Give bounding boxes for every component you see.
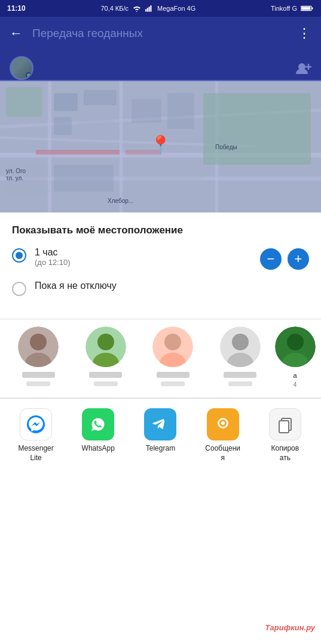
- svg-point-11: [30, 334, 47, 350]
- carrier1: MegaFon 4G: [157, 5, 195, 12]
- soobet-label: Сообщения: [205, 444, 240, 463]
- option-until-off-text: Пока я не отключу: [35, 281, 309, 291]
- contact-name-line-4b: [228, 381, 252, 386]
- status-right: Tinkoff G: [271, 5, 314, 12]
- telegram-label: Telegram: [146, 444, 175, 454]
- contact-item-2[interactable]: [72, 326, 140, 388]
- copy-icon: [269, 408, 301, 440]
- map-area[interactable]: ул. Ого тл. ул. Победы Хлебор... 📍: [0, 81, 321, 212]
- radio-until-off[interactable]: [12, 282, 26, 296]
- soobet-icon: [207, 408, 239, 440]
- online-indicator: [26, 72, 32, 78]
- contact-item-1[interactable]: [5, 326, 72, 388]
- app-bar: ← Передача геоданных ⋮: [0, 17, 321, 50]
- contact-name-line-2b: [94, 381, 118, 386]
- option-1-hour[interactable]: 1 час (до 12:10) − +: [12, 247, 309, 270]
- avatar-row: [0, 50, 321, 81]
- contact-name-line-2a: [89, 372, 122, 378]
- contact-name-line-3a: [157, 372, 189, 378]
- svg-rect-1: [147, 8, 148, 11]
- option-until-off[interactable]: Пока я не отключу: [12, 281, 309, 296]
- location-panel-title: Показывать моё местоположение: [12, 224, 309, 236]
- contact-item-4[interactable]: [207, 326, 274, 388]
- self-avatar[interactable]: [10, 56, 33, 80]
- signal-icon: [145, 5, 154, 12]
- svg-point-31: [221, 421, 225, 425]
- app-bar-title: Передача геоданных: [32, 27, 288, 40]
- decrease-button[interactable]: −: [260, 248, 282, 270]
- contact-avatar-1: [18, 326, 59, 367]
- contact-avatar-5: [275, 326, 316, 367]
- whatsapp-icon: [82, 408, 114, 440]
- svg-point-20: [232, 334, 249, 350]
- share-copy[interactable]: Копировать: [261, 408, 309, 463]
- option-until-off-label: Пока я не отключу: [35, 281, 309, 291]
- svg-rect-33: [279, 421, 289, 433]
- watermark: Тарифкин.ру: [265, 623, 315, 632]
- battery-icon: [301, 5, 314, 12]
- carrier2: Tinkoff G: [271, 5, 297, 12]
- network-speed: 70,4 КБ/с: [100, 5, 129, 12]
- share-messenger-lite[interactable]: MessengerLite: [12, 408, 60, 463]
- radio-1-hour[interactable]: [12, 248, 26, 263]
- contact-item-3[interactable]: [139, 326, 207, 388]
- contact-name-line-1a: [22, 372, 55, 378]
- map-background: ул. Ого тл. ул. Победы Хлебор... 📍: [0, 81, 321, 212]
- status-time: 11:10: [7, 4, 26, 13]
- copy-label: Копировать: [271, 444, 299, 463]
- contact-name-line-3b: [161, 381, 185, 386]
- contact-grid: a 4: [0, 319, 321, 395]
- svg-rect-2: [149, 7, 150, 11]
- share-soobet[interactable]: Сообщения: [199, 408, 247, 463]
- svg-rect-5: [311, 8, 313, 10]
- back-button[interactable]: ←: [10, 26, 23, 41]
- svg-point-14: [97, 334, 114, 350]
- contact-badge-a: a: [294, 372, 297, 379]
- status-center: 70,4 КБ/с MegaFon 4G: [100, 5, 195, 12]
- option-1-hour-label: 1 час (до 12:10): [35, 247, 252, 267]
- svg-point-23: [287, 334, 304, 350]
- share-telegram[interactable]: Telegram: [136, 408, 184, 454]
- location-pin: 📍: [149, 134, 172, 155]
- contact-name-line-1b: [26, 381, 50, 386]
- option-1-hour-text: 1 час: [35, 247, 252, 258]
- contact-avatar-4: [220, 326, 261, 367]
- contact-avatar-3: [152, 326, 193, 367]
- more-button[interactable]: ⋮: [298, 26, 311, 41]
- svg-point-17: [164, 334, 181, 350]
- location-panel: Показывать моё местоположение 1 час (до …: [0, 212, 321, 316]
- share-whatsapp[interactable]: WhatsApp: [74, 408, 122, 454]
- messenger-lite-icon: [20, 408, 52, 440]
- time-controls: − +: [260, 248, 309, 270]
- contact-avatar-2: [85, 326, 126, 367]
- contact-name-line-4a: [224, 372, 256, 378]
- messenger-lite-label: MessengerLite: [18, 444, 53, 463]
- increase-button[interactable]: +: [288, 248, 309, 270]
- contact-item-5[interactable]: a 4: [274, 326, 316, 388]
- add-person-button[interactable]: [296, 62, 311, 75]
- wifi-icon: [132, 5, 142, 12]
- telegram-icon: [144, 408, 176, 440]
- svg-rect-3: [150, 5, 151, 12]
- share-row: MessengerLite WhatsApp Telegram: [0, 398, 321, 467]
- svg-rect-0: [145, 9, 146, 11]
- option-1-hour-sub: (до 12:10): [35, 258, 252, 267]
- whatsapp-label: WhatsApp: [82, 444, 115, 454]
- svg-rect-6: [301, 7, 310, 10]
- status-bar: 11:10 70,4 КБ/с MegaFon 4G Tinkoff G: [0, 0, 321, 17]
- contact-badge-4: 4: [294, 381, 297, 388]
